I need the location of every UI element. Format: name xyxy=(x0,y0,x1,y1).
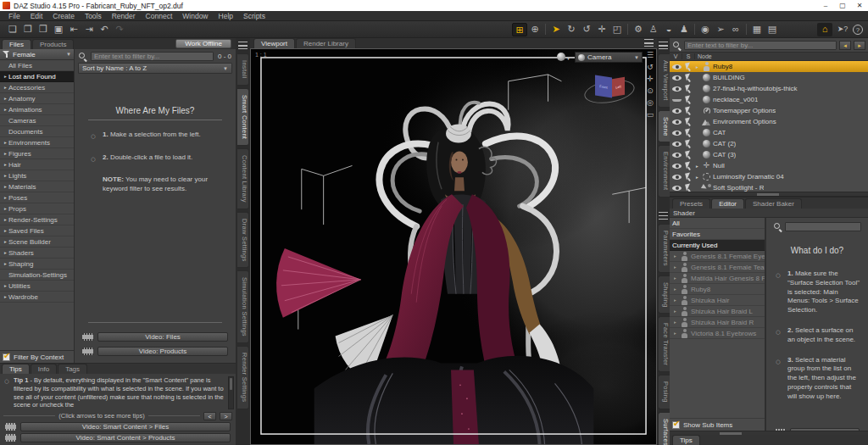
right-dock-tab[interactable]: Face Transfer xyxy=(658,316,670,372)
material-row[interactable]: ▸ Matilda Hair Genesis 8 Female xyxy=(670,273,765,284)
selectability-pointer-icon[interactable] xyxy=(684,63,693,71)
camera-selector[interactable]: Camera ▼ xyxy=(575,52,643,63)
query-pointer-icon[interactable]: ➢ xyxy=(713,23,728,36)
left-dock-tab[interactable]: Content Library xyxy=(237,148,249,209)
menu-item[interactable]: File xyxy=(3,12,25,20)
visibility-eye-icon[interactable] xyxy=(671,173,682,181)
visibility-eye-icon[interactable] xyxy=(671,151,682,159)
material-row[interactable]: ▸ Shizuka Hair xyxy=(670,295,765,306)
active-pose-tool-icon[interactable]: ⚙ xyxy=(631,23,646,36)
expand-all-button[interactable]: ▸ xyxy=(854,41,865,50)
left-dock-tab[interactable]: Install xyxy=(237,53,249,86)
category-row[interactable]: ▸ Lost and Found xyxy=(0,71,74,82)
tab-presets[interactable]: Presets xyxy=(672,198,710,209)
new-file-icon[interactable]: ❏ xyxy=(5,23,20,36)
expand-arrow-icon[interactable]: ▸ xyxy=(672,320,678,325)
category-row[interactable]: ▸ Environments xyxy=(0,137,74,148)
column-node[interactable]: Node xyxy=(695,53,712,59)
scene-node-row[interactable]: CAT (2) xyxy=(670,138,868,149)
scene-node-row[interactable]: Environment Options xyxy=(670,116,868,127)
tab-files[interactable]: Files xyxy=(2,39,31,49)
selectability-pointer-icon[interactable] xyxy=(684,74,693,82)
menu-item[interactable]: Create xyxy=(47,12,80,20)
tab-products[interactable]: Products xyxy=(32,39,75,49)
orbit-icon[interactable]: ↺ xyxy=(647,64,654,71)
expand-arrow-icon[interactable]: ▸ xyxy=(672,264,678,270)
expand-arrow-icon[interactable]: ▸ xyxy=(672,298,678,303)
pane-menu-icon[interactable] xyxy=(659,212,668,220)
expand-arrow-icon[interactable]: ▸ xyxy=(672,331,678,336)
menu-item[interactable]: Help xyxy=(214,12,238,20)
tab-tips-bottom[interactable]: Tips xyxy=(672,435,700,445)
expand-arrow-icon[interactable]: ▸ xyxy=(694,175,700,180)
scene-scrollbar[interactable] xyxy=(670,192,868,196)
render-frame-icon[interactable]: ▤ xyxy=(765,23,780,36)
collapse-all-button[interactable]: ◂ xyxy=(839,41,851,50)
scene-node-row[interactable]: CAT (3) xyxy=(670,149,868,160)
tab-tips[interactable]: Tips xyxy=(2,364,30,374)
category-row[interactable]: ▸ Utilities xyxy=(0,281,74,292)
selectability-pointer-icon[interactable] xyxy=(684,118,693,126)
category-row[interactable]: ▸ Lights xyxy=(0,170,74,181)
surfaces-search-input[interactable] xyxy=(785,222,861,231)
figure-tool-icon[interactable]: ♙ xyxy=(646,23,661,36)
selectability-pointer-icon[interactable] xyxy=(684,173,693,181)
category-row[interactable]: ▸ Render-Settings xyxy=(0,214,74,225)
expand-arrow-icon[interactable]: ▸ xyxy=(672,275,678,281)
category-row[interactable]: ▸ Animations xyxy=(0,104,74,115)
menu-item[interactable]: Tools xyxy=(80,12,107,20)
selectability-pointer-icon[interactable] xyxy=(684,85,693,93)
whats-this-icon[interactable]: ➤? xyxy=(835,23,850,36)
visibility-eye-icon[interactable] xyxy=(671,129,682,136)
tab-info[interactable]: Info xyxy=(31,364,57,374)
right-dock-tab[interactable]: Shaping xyxy=(658,275,670,314)
left-dock-tab[interactable]: Render Settings xyxy=(237,346,249,409)
scale-tool-icon[interactable]: ◰ xyxy=(609,23,625,36)
rotate-tool-icon[interactable]: ↻ xyxy=(564,23,579,36)
column-visibility[interactable]: V xyxy=(670,53,682,59)
category-row[interactable]: ▸ Shaders xyxy=(0,248,74,259)
open-recent-icon[interactable]: ❒ xyxy=(36,23,51,36)
menu-item[interactable]: Window xyxy=(177,12,213,20)
scene-node-row[interactable]: Soft Spotlight - R xyxy=(670,182,868,192)
pane-menu-icon[interactable] xyxy=(238,42,248,49)
category-row[interactable]: ▸ Hair xyxy=(0,159,74,170)
scene-node-row[interactable]: ▸ Ruby8 xyxy=(670,61,868,72)
filter-by-context-checkbox[interactable] xyxy=(3,353,10,361)
spot-render-icon[interactable]: ▦ xyxy=(749,23,765,36)
expand-arrow-icon[interactable]: ▸ xyxy=(694,64,700,70)
left-dock-tab[interactable]: Simulation Settings xyxy=(237,270,249,343)
category-row[interactable]: ▸ Accessories xyxy=(0,82,74,93)
import-icon[interactable]: ⇤ xyxy=(66,23,81,36)
material-row[interactable]: ▸ Shizuka Hair Braid L xyxy=(670,306,765,317)
tab-viewport[interactable]: Viewport xyxy=(253,38,295,48)
visibility-eye-icon[interactable] xyxy=(671,118,682,125)
undo-icon[interactable]: ↶ xyxy=(97,23,112,36)
category-row[interactable]: Documents xyxy=(0,126,74,137)
visibility-eye-icon[interactable] xyxy=(671,74,682,81)
scene-grid-tool-icon[interactable]: ⊞ xyxy=(512,23,527,36)
tab-shader-baker[interactable]: Shader Baker xyxy=(745,198,802,209)
expand-arrow-icon[interactable]: ▸ xyxy=(694,164,700,169)
tab-editor[interactable]: Editor xyxy=(711,198,744,209)
category-row[interactable]: ▸ Scene Builder xyxy=(0,236,74,248)
video-smart-content-files-button[interactable]: Video: Smart Content > Files xyxy=(20,422,231,431)
next-tip-button[interactable]: > xyxy=(220,412,232,420)
scene-filter-input[interactable] xyxy=(684,41,837,50)
surfaces-scrollbar[interactable] xyxy=(670,431,868,435)
scene-node-row[interactable]: BUILDING xyxy=(670,72,868,83)
visibility-eye-icon[interactable] xyxy=(671,184,682,192)
category-row[interactable]: ▸ Materials xyxy=(0,181,74,192)
right-dock-tab[interactable]: Environment xyxy=(658,145,670,197)
scene-node-row[interactable]: ▸ Luminosity Dramatic 04 xyxy=(670,171,868,182)
material-row[interactable]: ▸ Ruby8 xyxy=(670,284,765,295)
viewport-canvas[interactable]: 1 : 1 ▼ Camera ▼ Front Left ☰ ↺ ✛ ⊙ ◎ xyxy=(250,48,657,445)
close-button[interactable]: ✕ xyxy=(851,0,868,11)
visibility-eye-icon[interactable] xyxy=(671,107,682,114)
filter-search-input[interactable] xyxy=(91,52,214,61)
category-row[interactable]: ▸ Saved Files xyxy=(0,225,74,236)
selectability-pointer-icon[interactable] xyxy=(684,107,693,115)
category-row[interactable]: ▸ Figures xyxy=(0,148,74,159)
category-row[interactable]: Cameras xyxy=(0,115,74,126)
visibility-eye-icon[interactable] xyxy=(671,140,682,147)
